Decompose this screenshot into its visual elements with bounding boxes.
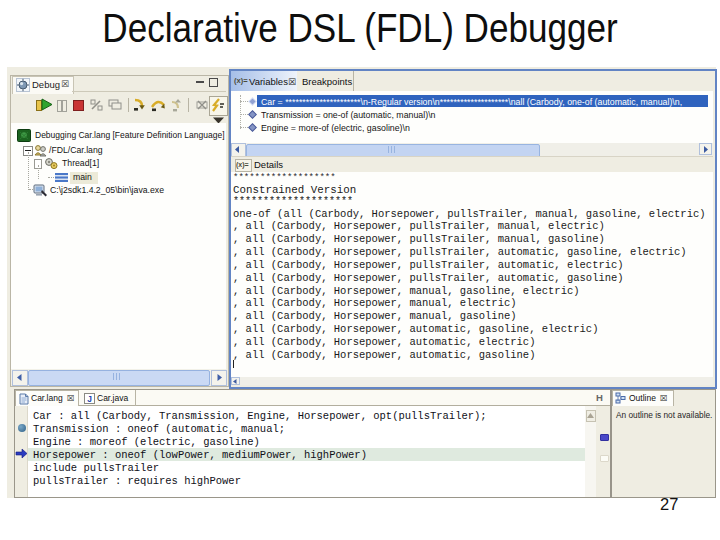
svg-text:J: J (87, 393, 92, 403)
